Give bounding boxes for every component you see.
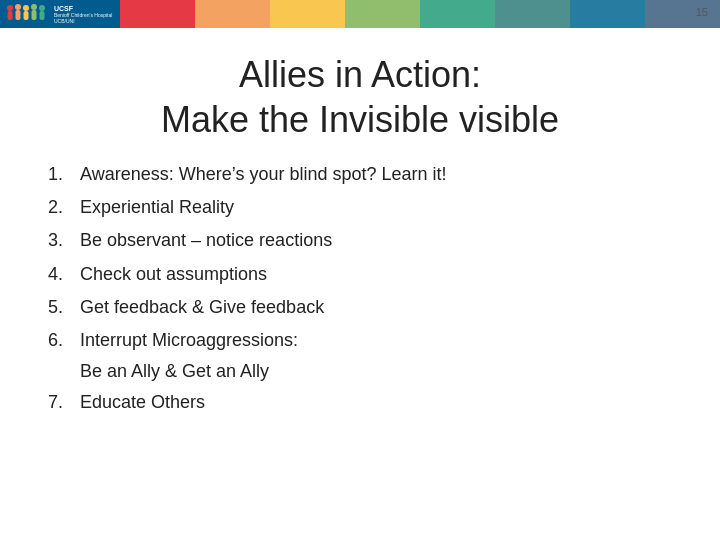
slide-title: Allies in Action: Make the Invisible vis… (48, 52, 672, 142)
list-item-number: 5. (48, 295, 80, 320)
color-strip (120, 0, 720, 28)
color-strip-item (270, 0, 345, 28)
svg-rect-7 (32, 10, 37, 20)
svg-point-0 (7, 5, 13, 11)
list-item: 3.Be observant – notice reactions (48, 228, 672, 253)
svg-point-8 (39, 5, 45, 11)
logo-text-block: UCSF Benioff Children's Hospital UCB/UNI (54, 5, 112, 24)
color-strip-item (195, 0, 270, 28)
slide-content: Allies in Action: Make the Invisible vis… (0, 28, 720, 540)
svg-point-4 (23, 5, 29, 11)
color-strip-item (645, 0, 720, 28)
slide-number: 15 (696, 6, 708, 18)
list-item-number: 4. (48, 262, 80, 287)
list-item-text: Experiential Reality (80, 195, 234, 220)
list-item-text: Interrupt Microaggressions: (80, 328, 298, 353)
list-item-text: Get feedback & Give feedback (80, 295, 324, 320)
title-line1: Allies in Action: Make the Invisible vis… (48, 52, 672, 142)
list-item: 7.Educate Others (48, 390, 672, 415)
list-item-number: 2. (48, 195, 80, 220)
svg-rect-9 (40, 11, 45, 20)
logo-uni-text: UCB/UNI (54, 18, 112, 24)
svg-rect-3 (16, 10, 21, 20)
color-strip-item (345, 0, 420, 28)
list-item-number: 6. (48, 328, 80, 353)
list-item-number: 3. (48, 228, 80, 253)
svg-point-2 (15, 4, 21, 10)
list-item: 6.Interrupt Microaggressions: (48, 328, 672, 353)
list-subtext: Be an Ally & Get an Ally (80, 361, 672, 382)
ucsf-logo: UCSF Benioff Children's Hospital UCB/UNI (0, 0, 120, 28)
list-item-number: 7. (48, 390, 80, 415)
list-item-text: Awareness: Where’s your blind spot? Lear… (80, 162, 447, 187)
list-item: 5.Get feedback & Give feedback (48, 295, 672, 320)
color-strip-item (570, 0, 645, 28)
list-item-text: Check out assumptions (80, 262, 267, 287)
logo-ucsf-text: UCSF (54, 5, 112, 12)
svg-point-6 (31, 4, 37, 10)
color-strip-item (495, 0, 570, 28)
list-item: 2.Experiential Reality (48, 195, 672, 220)
color-strip-item (420, 0, 495, 28)
logo-figures-svg (6, 3, 50, 25)
logo-figures (6, 3, 50, 25)
svg-rect-1 (8, 11, 13, 20)
list-item: 4.Check out assumptions (48, 262, 672, 287)
list-item: 1.Awareness: Where’s your blind spot? Le… (48, 162, 672, 187)
list-item-text: Be observant – notice reactions (80, 228, 332, 253)
top-bar: UCSF Benioff Children's Hospital UCB/UNI (0, 0, 720, 28)
list-item-text: Educate Others (80, 390, 205, 415)
slide-body: 1.Awareness: Where’s your blind spot? Le… (48, 162, 672, 516)
list-item-number: 1. (48, 162, 80, 187)
svg-rect-5 (24, 11, 29, 20)
color-strip-item (120, 0, 195, 28)
